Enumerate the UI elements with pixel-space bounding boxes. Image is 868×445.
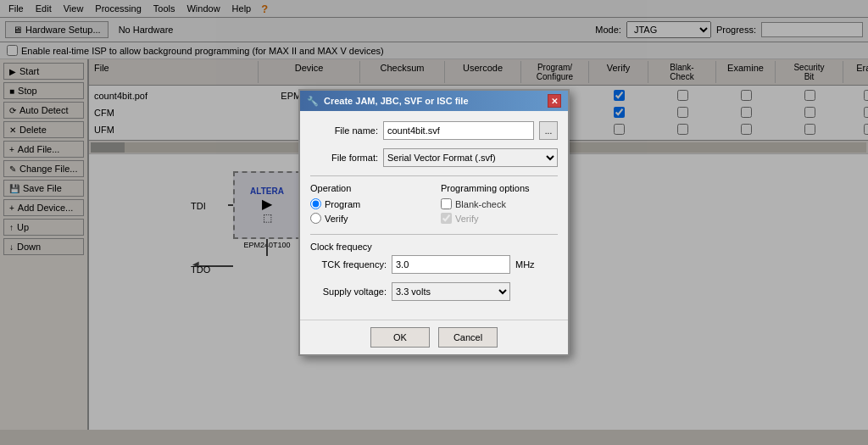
modal-footer: OK Cancel — [300, 320, 568, 354]
file-format-row: File format: Serial Vector Format (.svf)… — [310, 148, 558, 167]
program-radio-row: Program — [310, 198, 427, 209]
file-name-input[interactable] — [383, 121, 534, 140]
modal-titlebar: 🔧 Create JAM, JBC, SVF or ISC file ✕ — [300, 91, 568, 111]
prog-options-label: Programming options — [441, 183, 558, 193]
program-radio[interactable] — [310, 198, 321, 209]
file-format-label: File format: — [310, 153, 378, 163]
operation-col: Operation Program Verify — [310, 183, 427, 227]
tck-freq-input[interactable] — [392, 255, 510, 274]
operation-label: Operation — [310, 183, 427, 193]
verify-radio[interactable] — [310, 213, 321, 224]
supply-voltage-label: Supply voltage: — [310, 286, 387, 297]
tck-freq-label: TCK frequency: — [310, 259, 387, 270]
two-col-section: Operation Program Verify Programming opt… — [310, 183, 558, 227]
blank-check-checkbox[interactable] — [441, 198, 452, 209]
divider2 — [310, 234, 558, 235]
supply-voltage-row: Supply voltage: 1.8 volts 2.5 volts 3.3 … — [310, 282, 558, 301]
verify-radio-label: Verify — [325, 214, 348, 224]
prog-options-col: Programming options Blank-check Verify — [441, 183, 558, 227]
modal-close-button[interactable]: ✕ — [548, 94, 561, 108]
program-radio-label: Program — [325, 199, 360, 209]
verify-checkbox[interactable] — [441, 213, 452, 224]
browse-button[interactable]: ... — [539, 121, 558, 140]
blank-check-label: Blank-check — [455, 199, 506, 209]
verify-check-label: Verify — [455, 214, 479, 224]
mhz-label: MHz — [515, 259, 535, 270]
supply-voltage-select[interactable]: 1.8 volts 2.5 volts 3.3 volts 5.0 volts — [392, 282, 510, 301]
file-name-label: File name: — [310, 125, 378, 136]
file-name-row: File name: ... — [310, 121, 558, 140]
verify-check-row: Verify — [441, 213, 558, 224]
cancel-button[interactable]: Cancel — [438, 327, 498, 348]
divider — [310, 175, 558, 176]
modal-body: File name: ... File format: Serial Vecto… — [300, 111, 568, 320]
blank-check-row: Blank-check — [441, 198, 558, 209]
file-format-select[interactable]: Serial Vector Format (.svf) JAM Format (… — [383, 148, 558, 167]
clock-section-label: Clock frequecy — [310, 242, 558, 252]
ok-button[interactable]: OK — [370, 327, 430, 348]
modal-title-icon: 🔧 — [307, 96, 319, 107]
modal-title: 🔧 Create JAM, JBC, SVF or ISC file — [307, 96, 469, 107]
verify-radio-row: Verify — [310, 213, 427, 224]
tck-freq-row: TCK frequency: MHz — [310, 255, 558, 274]
create-file-modal: 🔧 Create JAM, JBC, SVF or ISC file ✕ Fil… — [298, 89, 570, 356]
modal-overlay: 🔧 Create JAM, JBC, SVF or ISC file ✕ Fil… — [0, 0, 868, 430]
